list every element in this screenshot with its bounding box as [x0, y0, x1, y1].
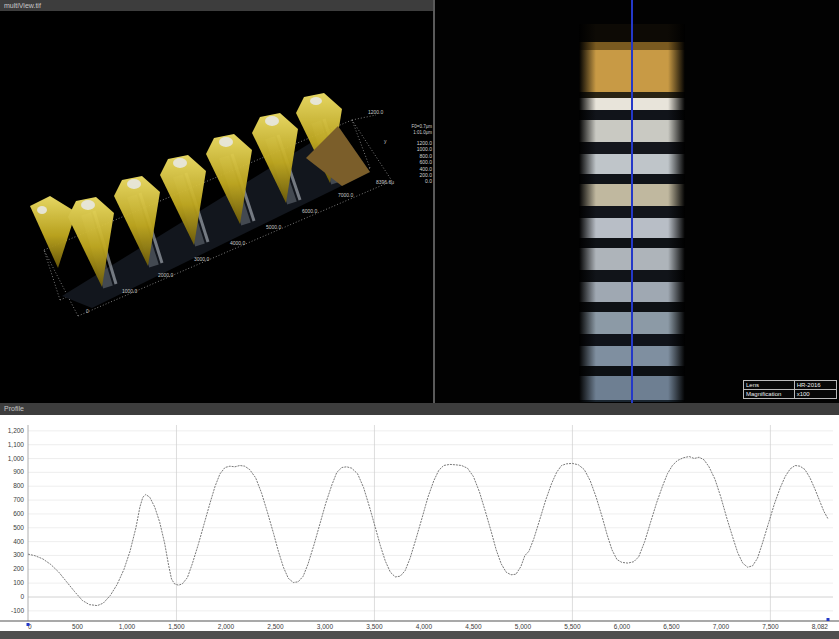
microscope-image-panel[interactable]: Lens HR-2016 Magnification x100 — [435, 0, 839, 403]
x-tick-label: 3,000 — [317, 623, 334, 630]
x-axis-tick-3d: 7000.0 — [338, 192, 353, 198]
scale-header-line2: 1:01.0μm — [388, 130, 432, 136]
lens-label: Lens — [744, 381, 795, 389]
profile-endpoint-marker[interactable] — [27, 623, 30, 626]
height-scale: 1200.01000.0800.0600.0400.0200.00.0 — [395, 140, 432, 185]
y-tick-label: 200 — [13, 565, 24, 572]
profile-panel-title: Profile — [4, 405, 24, 412]
x-tick-label: 500 — [72, 623, 83, 630]
height-scale-tick: 0.0 — [395, 178, 432, 184]
view-3d-panel[interactable]: 1200.0 F0=0.7μm 1:01.0μm 1200.01000.0800… — [0, 11, 433, 403]
x-tick-label: 1,000 — [119, 623, 136, 630]
y-tick-label: 700 — [13, 496, 24, 503]
x-axis-tick-3d: 3000.0 — [194, 256, 209, 262]
y-tick-label: 1,200 — [8, 427, 25, 434]
x-tick-label: 3,500 — [366, 623, 383, 630]
left-panel-title: multiView.tif — [4, 2, 41, 9]
info-row-magnification: Magnification x100 — [744, 390, 836, 398]
y-tick-label: 0 — [20, 593, 24, 600]
y-tick-label: 100 — [13, 579, 24, 586]
magnification-label: Magnification — [744, 390, 795, 398]
y-tick-label: 400 — [13, 538, 24, 545]
profile-endpoint-marker[interactable] — [827, 618, 830, 621]
image-info-table: Lens HR-2016 Magnification x100 — [743, 380, 837, 399]
magnification-value: x100 — [795, 390, 836, 398]
y-tick-label: 300 — [13, 551, 24, 558]
x-tick-label: 6,500 — [663, 623, 680, 630]
x-axis-tick-3d: 1000.0 — [122, 288, 137, 294]
y-tick-label: -100 — [11, 607, 24, 614]
x-axis-end-label: 8396.6μ — [376, 179, 394, 185]
y-tick-label: 600 — [13, 510, 24, 517]
profile-measurement-line[interactable] — [631, 0, 633, 403]
x-tick-label: 1,500 — [168, 623, 185, 630]
y-tick-label: 500 — [13, 524, 24, 531]
x-tick-label: 2,500 — [267, 623, 284, 630]
y-axis-letter: y — [384, 138, 387, 144]
profile-panel-titlebar: Profile — [0, 403, 839, 415]
x-axis-tick-3d: 4000.0 — [230, 240, 245, 246]
view-3d-render — [0, 11, 433, 403]
x-tick-label: 7,000 — [713, 623, 730, 630]
left-panel-titlebar: multiView.tif — [0, 0, 434, 11]
x-tick-label: 2,000 — [218, 623, 235, 630]
x-tick-label: 5,500 — [564, 623, 581, 630]
app-window: multiView.tif — [0, 0, 839, 639]
origin-label: 0 — [86, 308, 89, 314]
x-axis-tick-3d: 2000.0 — [158, 272, 173, 278]
x-tick-label: 7,500 — [762, 623, 779, 630]
x-end-tick-label: 8,082 — [812, 623, 829, 630]
x-tick-label: 5,000 — [515, 623, 532, 630]
scale-header: F0=0.7μm 1:01.0μm — [388, 124, 432, 135]
bottom-margin-bar — [0, 631, 839, 639]
lens-value: HR-2016 — [795, 381, 836, 389]
info-row-lens: Lens HR-2016 — [744, 381, 836, 390]
profile-chart-svg: 1,2001,1001,0009008007006005004003002001… — [0, 415, 839, 631]
z-axis-max-label: 1200.0 — [368, 109, 383, 115]
y-tick-label: 1,100 — [8, 441, 25, 448]
y-tick-label: 900 — [13, 468, 24, 475]
x-axis-tick-3d: 6000.0 — [302, 208, 317, 214]
x-axis-tick-3d: 5000.0 — [266, 224, 281, 230]
y-tick-label: 1,000 — [8, 455, 25, 462]
profile-chart[interactable]: 1,2001,1001,0009008007006005004003002001… — [0, 415, 839, 631]
x-tick-label: 4,000 — [416, 623, 433, 630]
x-tick-label: 4,500 — [465, 623, 482, 630]
x-tick-label: 6,000 — [614, 623, 631, 630]
y-tick-label: 800 — [13, 482, 24, 489]
